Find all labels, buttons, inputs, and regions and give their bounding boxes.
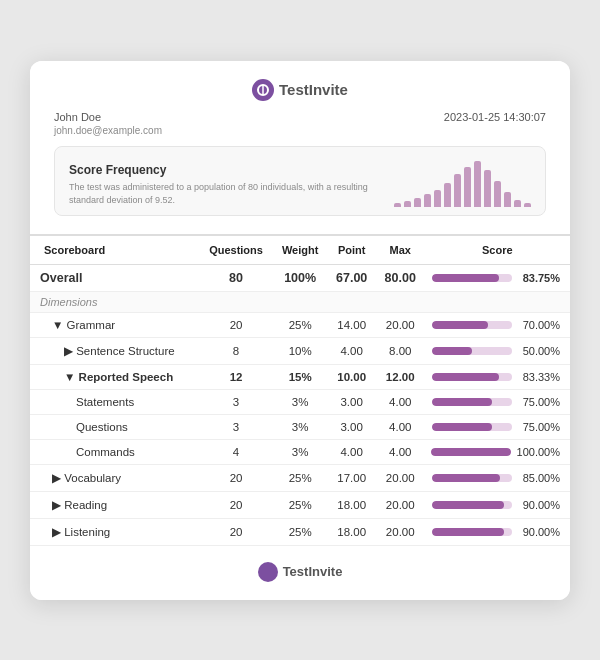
chart-bar [494,181,501,207]
row-max: 20.00 [376,312,425,337]
score-bar-background [432,474,512,482]
row-score: 75.00% [425,389,570,414]
score-bar-background [432,321,512,329]
score-bar-background [432,274,512,282]
row-label: Statements [30,389,199,414]
row-weight: 3% [273,389,327,414]
row-score: 83.75% [425,264,570,291]
main-card: TestInvite John Doe 2023-01-25 14:30:07 … [30,61,570,600]
card-footer: TestInvite [30,546,570,600]
logo-icon [252,79,274,101]
table-row: ▶ Vocabulary2025%17.0020.0085.00% [30,464,570,491]
score-percentage: 75.00% [518,421,560,433]
row-label: ▼ Grammar [30,312,199,337]
chart-bar [434,190,441,207]
row-score: 85.00% [425,464,570,491]
col-header-point: Point [327,235,376,265]
score-bar-fill [432,373,499,381]
col-header-score: Score [425,235,570,265]
score-percentage: 83.75% [518,272,560,284]
chart-bar [454,174,461,207]
table-row: ▶ Sentence Structure810%4.008.0050.00% [30,337,570,364]
row-point: 4.00 [327,439,376,464]
logo-text: TestInvite [279,81,348,98]
row-weight: 25% [273,312,327,337]
row-label: ▶ Reading [30,491,199,518]
table-row: Dimensions [30,291,570,312]
score-bar-background [431,448,511,456]
row-weight: 25% [273,464,327,491]
user-info-row: John Doe 2023-01-25 14:30:07 [54,111,546,123]
row-weight: 3% [273,414,327,439]
score-bar-fill [432,274,499,282]
footer-logo-text: TestInvite [283,564,343,579]
row-questions: 3 [199,414,273,439]
row-max: 20.00 [376,464,425,491]
table-row: ▼ Grammar2025%14.0020.0070.00% [30,312,570,337]
row-score: 100.00% [425,439,570,464]
chart-bar [424,194,431,207]
chart-bar [474,161,481,207]
row-max: 4.00 [376,439,425,464]
row-questions: 12 [199,364,273,389]
card-header: TestInvite John Doe 2023-01-25 14:30:07 … [30,61,570,234]
row-score: 70.00% [425,312,570,337]
row-label: ▶ Vocabulary [30,464,199,491]
table-row: ▶ Reading2025%18.0020.0090.00% [30,491,570,518]
col-header-questions: Questions [199,235,273,265]
row-weight: 100% [273,264,327,291]
score-bar-background [432,501,512,509]
row-weight: 25% [273,518,327,545]
row-max: 8.00 [376,337,425,364]
row-questions: 20 [199,491,273,518]
table-row: Statements33%3.004.0075.00% [30,389,570,414]
chart-info: Score Frequency The test was administere… [69,163,376,206]
score-bar-fill [432,474,500,482]
row-questions: 8 [199,337,273,364]
score-table: Scoreboard Questions Weight Point Max Sc… [30,234,570,546]
table-row: ▶ Listening2025%18.0020.0090.00% [30,518,570,545]
user-date: 2023-01-25 14:30:07 [444,111,546,123]
row-questions: 80 [199,264,273,291]
chart-description: The test was administered to a populatio… [69,181,376,206]
row-score: 83.33% [425,364,570,389]
chart-bar [514,200,521,207]
chart-bar [484,170,491,207]
row-questions: 4 [199,439,273,464]
dimensions-label: Dimensions [30,291,570,312]
row-questions: 20 [199,518,273,545]
chart-bar [524,203,531,207]
row-score: 90.00% [425,518,570,545]
score-percentage: 83.33% [518,371,560,383]
chart-title: Score Frequency [69,163,376,177]
score-percentage: 85.00% [518,472,560,484]
score-percentage: 90.00% [518,499,560,511]
score-percentage: 75.00% [518,396,560,408]
chart-bar [394,203,401,207]
score-bar-fill [432,347,472,355]
table-row: Overall80100%67.0080.0083.75% [30,264,570,291]
table-header-row: Scoreboard Questions Weight Point Max Sc… [30,235,570,265]
row-point: 67.00 [327,264,376,291]
row-point: 18.00 [327,518,376,545]
row-max: 12.00 [376,364,425,389]
row-point: 18.00 [327,491,376,518]
footer-logo-icon [258,562,278,582]
row-label: ▼ Reported Speech [30,364,199,389]
chart-bar [404,201,411,207]
row-point: 4.00 [327,337,376,364]
logo: TestInvite [252,79,348,101]
row-max: 20.00 [376,518,425,545]
user-name: John Doe [54,111,101,123]
row-label: Questions [30,414,199,439]
chart-bar [464,167,471,207]
score-bar-background [432,423,512,431]
logo-area: TestInvite [54,79,546,101]
row-point: 3.00 [327,414,376,439]
score-bar-background [432,528,512,536]
score-percentage: 70.00% [518,319,560,331]
row-weight: 15% [273,364,327,389]
table-row: Commands43%4.004.00100.00% [30,439,570,464]
row-point: 14.00 [327,312,376,337]
row-label: Commands [30,439,199,464]
